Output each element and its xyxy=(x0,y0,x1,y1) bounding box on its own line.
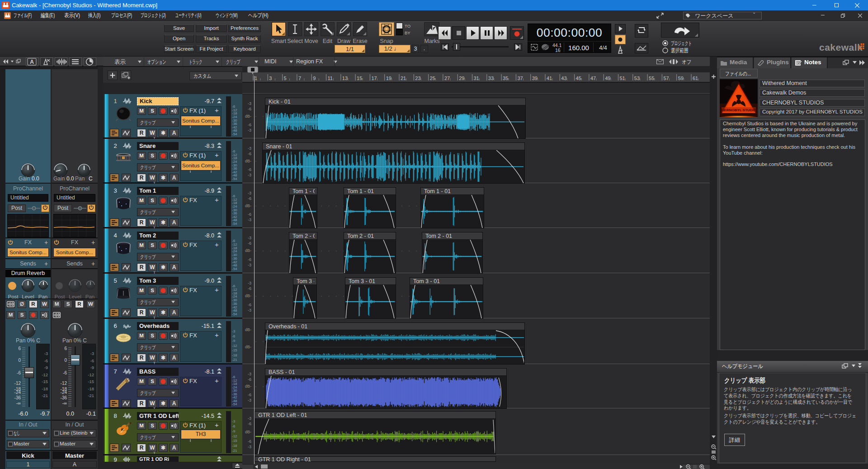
svg-text:A: A xyxy=(30,59,34,65)
svg-text:CHERNOBYL STUDIOS: CHERNOBYL STUDIOS xyxy=(720,108,758,112)
